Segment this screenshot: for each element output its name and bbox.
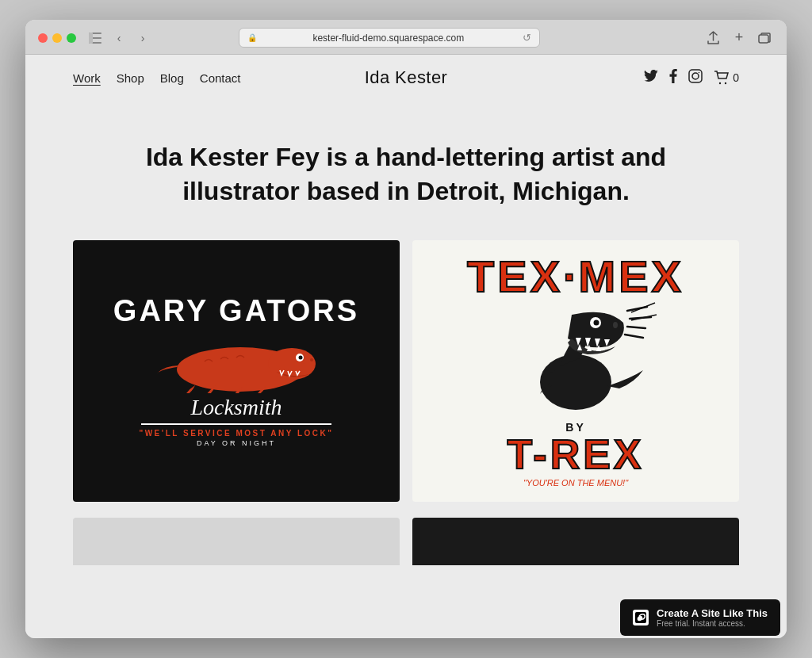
lock-icon: 🔒 — [247, 33, 257, 42]
website-content: Work Shop Blog Contact Ida Kester — [25, 55, 787, 638]
gg-underline — [141, 423, 331, 425]
gallery-item-tex-mex[interactable]: TEX·MEX — [412, 240, 739, 502]
hero-text: Ida Kester Fey is a hand-lettering artis… — [128, 140, 684, 208]
gator-illustration — [149, 326, 324, 393]
squarespace-badge[interactable]: Create A Site Like This Free trial. Inst… — [620, 599, 780, 636]
site-social: 0 — [644, 69, 739, 86]
svg-point-17 — [594, 320, 599, 326]
gallery-bottom-item-1[interactable] — [73, 518, 400, 565]
traffic-lights — [38, 33, 76, 43]
svg-point-15 — [540, 354, 611, 410]
gary-gators-content: GARY GATORS — [73, 288, 400, 455]
svg-point-18 — [613, 322, 618, 328]
svg-point-14 — [310, 358, 313, 362]
gallery-item-gary-gators[interactable]: GARY GATORS — [73, 240, 400, 502]
squarespace-sub-text: Free trial. Instant access. — [657, 619, 768, 628]
site-header: Work Shop Blog Contact Ida Kester — [25, 55, 787, 101]
cart-count: 0 — [733, 71, 739, 84]
tm-trex: T-REX — [420, 434, 731, 475]
squarespace-logo-icon — [633, 610, 649, 625]
gg-title: GARY GATORS — [81, 296, 392, 326]
svg-point-11 — [268, 348, 316, 380]
back-button[interactable]: ‹ — [109, 29, 128, 48]
gallery-bottom-row — [25, 518, 787, 565]
instagram-icon[interactable] — [688, 69, 703, 86]
browser-window: ‹ › 🔒 kester-fluid-demo.squarespace.com … — [25, 20, 787, 638]
windows-icon[interactable] — [755, 29, 774, 48]
browser-nav: ‹ › — [86, 29, 152, 48]
svg-point-9 — [725, 82, 726, 84]
twitter-icon[interactable] — [644, 70, 658, 86]
svg-point-6 — [692, 73, 699, 79]
tm-title: TEX·MEX — [420, 254, 731, 299]
svg-rect-3 — [89, 33, 93, 44]
squarespace-badge-text: Create A Site Like This Free trial. Inst… — [657, 607, 768, 628]
fullscreen-button[interactable] — [67, 33, 76, 43]
reload-icon[interactable]: ↺ — [523, 32, 531, 44]
sidebar-toggle-icon[interactable] — [86, 29, 105, 48]
gallery-bottom-item-2[interactable] — [412, 518, 739, 565]
browser-actions: + — [704, 29, 774, 48]
svg-point-8 — [719, 82, 721, 84]
svg-rect-4 — [759, 35, 768, 43]
svg-point-13 — [299, 355, 303, 359]
browser-chrome: ‹ › 🔒 kester-fluid-demo.squarespace.com … — [25, 20, 787, 55]
tm-tagline: "YOU'RE ON THE MENU!" — [420, 478, 731, 488]
nav-blog[interactable]: Blog — [160, 71, 184, 85]
squarespace-main-text: Create A Site Like This — [657, 607, 768, 619]
share-icon[interactable] — [704, 29, 723, 48]
nav-contact[interactable]: Contact — [200, 71, 241, 85]
site-title: Ida Kester — [365, 67, 448, 88]
gg-sub: DAY OR NIGHT — [81, 439, 392, 447]
close-button[interactable] — [38, 33, 48, 43]
gg-tagline: "WE'LL SERVICE MOST ANY LOCK" — [81, 429, 392, 438]
gg-subtitle: Locksmith — [81, 395, 392, 420]
svg-rect-5 — [689, 70, 702, 82]
new-tab-icon[interactable]: + — [730, 29, 749, 48]
cart-button[interactable]: 0 — [714, 71, 739, 85]
address-bar[interactable]: 🔒 kester-fluid-demo.squarespace.com ↺ — [239, 28, 540, 48]
minimize-button[interactable] — [52, 33, 62, 43]
url-text: kester-fluid-demo.squarespace.com — [262, 33, 515, 44]
forward-button[interactable]: › — [133, 29, 152, 48]
hero-section: Ida Kester Fey is a hand-lettering artis… — [25, 101, 787, 240]
nav-shop[interactable]: Shop — [117, 71, 144, 85]
tex-mex-content: TEX·MEX — [412, 247, 739, 495]
gallery-grid: GARY GATORS — [25, 240, 787, 518]
facebook-icon[interactable] — [669, 69, 677, 86]
svg-point-7 — [699, 72, 700, 74]
trex-illustration — [465, 299, 687, 426]
nav-work[interactable]: Work — [73, 71, 101, 85]
site-nav: Work Shop Blog Contact — [73, 71, 241, 85]
